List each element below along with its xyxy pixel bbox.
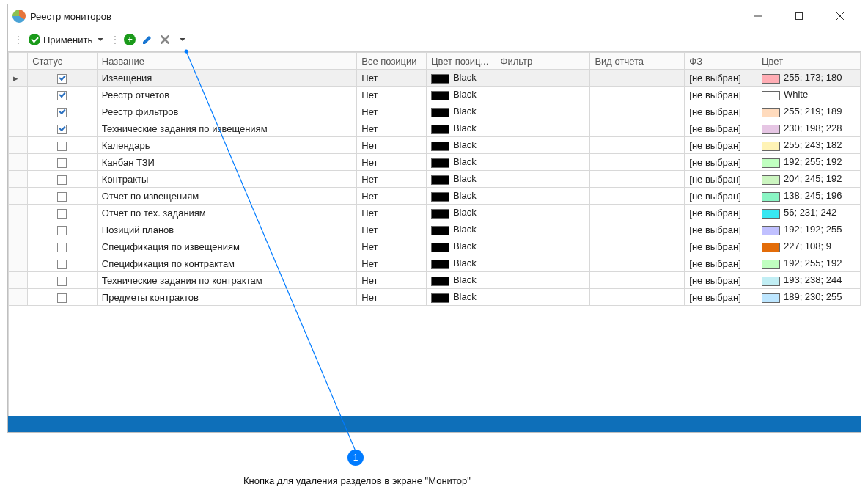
- cell-status[interactable]: [28, 154, 98, 171]
- cell-fz[interactable]: [не выбран]: [685, 188, 757, 205]
- cell-color[interactable]: 192; 255; 192: [757, 255, 860, 272]
- table-row[interactable]: Технические задания по извещениямНетBlac…: [9, 120, 861, 137]
- cell-fz[interactable]: [не выбран]: [685, 103, 757, 120]
- cell-status[interactable]: [28, 188, 98, 205]
- table-row[interactable]: Реестр отчетовНетBlack[не выбран]White: [9, 87, 861, 103]
- cell-report[interactable]: [590, 255, 685, 272]
- cell-status[interactable]: [28, 205, 98, 221]
- cell-fz[interactable]: [не выбран]: [685, 255, 757, 272]
- table-row[interactable]: Канбан ТЗИНетBlack[не выбран]192; 255; 1…: [9, 154, 861, 171]
- cell-poscolor[interactable]: Black: [426, 221, 496, 238]
- status-checkbox[interactable]: [57, 260, 67, 269]
- minimize-button[interactable]: [738, 4, 779, 28]
- cell-color[interactable]: 56; 231; 242: [757, 205, 860, 221]
- cell-filter[interactable]: [496, 205, 590, 221]
- cell-name[interactable]: Контракты: [97, 171, 356, 188]
- cell-color[interactable]: 255; 173; 180: [757, 70, 860, 87]
- cell-name[interactable]: Отчет по тех. заданиям: [97, 205, 356, 221]
- edit-button[interactable]: [140, 32, 155, 47]
- cell-fz[interactable]: [не выбран]: [685, 137, 757, 154]
- cell-filter[interactable]: [496, 70, 590, 87]
- cell-allpos[interactable]: Нет: [357, 188, 427, 205]
- cell-allpos[interactable]: Нет: [357, 289, 427, 306]
- cell-filter[interactable]: [496, 171, 590, 188]
- status-checkbox[interactable]: [57, 293, 67, 303]
- cell-fz[interactable]: [не выбран]: [685, 120, 757, 137]
- cell-name[interactable]: Технические задания по извещениям: [97, 120, 356, 137]
- cell-name[interactable]: Реестр отчетов: [97, 87, 356, 103]
- status-checkbox[interactable]: [57, 175, 67, 185]
- cell-color[interactable]: 189; 230; 255: [757, 289, 860, 306]
- cell-allpos[interactable]: Нет: [357, 87, 427, 103]
- cell-poscolor[interactable]: Black: [426, 70, 496, 87]
- table-row[interactable]: КонтрактыНетBlack[не выбран]204; 245; 19…: [9, 171, 861, 188]
- cell-color[interactable]: 230; 198; 228: [757, 120, 860, 137]
- add-button[interactable]: +: [122, 32, 137, 47]
- cell-name[interactable]: Отчет по извещениям: [97, 188, 356, 205]
- table-row[interactable]: КалендарьНетBlack[не выбран]255; 243; 18…: [9, 137, 861, 154]
- table-row[interactable]: ▸ИзвещенияНетBlack[не выбран]255; 173; 1…: [9, 70, 861, 87]
- status-checkbox[interactable]: [57, 226, 67, 235]
- cell-name[interactable]: Позиций планов: [97, 221, 356, 238]
- table-row[interactable]: Реестр фильтровНетBlack[не выбран]255; 2…: [9, 103, 861, 120]
- cell-status[interactable]: [28, 120, 98, 137]
- cell-report[interactable]: [590, 70, 685, 87]
- maximize-button[interactable]: [779, 4, 820, 28]
- cell-allpos[interactable]: Нет: [357, 272, 427, 289]
- cell-color[interactable]: 138; 245; 196: [757, 188, 860, 205]
- cell-status[interactable]: [28, 272, 98, 289]
- cell-status[interactable]: [28, 87, 98, 103]
- cell-poscolor[interactable]: Black: [426, 188, 496, 205]
- cell-color[interactable]: 193; 238; 244: [757, 272, 860, 289]
- cell-report[interactable]: [590, 154, 685, 171]
- cell-fz[interactable]: [не выбран]: [685, 221, 757, 238]
- cell-allpos[interactable]: Нет: [357, 238, 427, 255]
- column-header-filter[interactable]: Фильтр: [496, 53, 590, 70]
- column-header-color[interactable]: Цвет: [757, 53, 860, 70]
- cell-filter[interactable]: [496, 120, 590, 137]
- cell-poscolor[interactable]: Black: [426, 205, 496, 221]
- status-checkbox[interactable]: [57, 108, 67, 117]
- cell-poscolor[interactable]: Black: [426, 120, 496, 137]
- cell-report[interactable]: [590, 272, 685, 289]
- column-header-allpos[interactable]: Все позиции: [357, 53, 427, 70]
- cell-filter[interactable]: [496, 238, 590, 255]
- column-header-poscolor[interactable]: Цвет позиц...: [426, 53, 496, 70]
- cell-report[interactable]: [590, 238, 685, 255]
- table-row[interactable]: Спецификация по извещениямНетBlack[не вы…: [9, 238, 861, 255]
- cell-report[interactable]: [590, 137, 685, 154]
- cell-report[interactable]: [590, 171, 685, 188]
- table-row[interactable]: Отчет по тех. заданиямНетBlack[не выбран…: [9, 205, 861, 221]
- cell-name[interactable]: Предметы контрактов: [97, 289, 356, 306]
- cell-color[interactable]: White: [757, 87, 860, 103]
- cell-color[interactable]: 204; 245; 192: [757, 171, 860, 188]
- cell-poscolor[interactable]: Black: [426, 103, 496, 120]
- cell-color[interactable]: 227; 108; 9: [757, 238, 860, 255]
- cell-allpos[interactable]: Нет: [357, 205, 427, 221]
- cell-status[interactable]: [28, 255, 98, 272]
- cell-allpos[interactable]: Нет: [357, 221, 427, 238]
- status-checkbox[interactable]: [57, 158, 67, 168]
- status-checkbox[interactable]: [57, 125, 67, 134]
- cell-name[interactable]: Календарь: [97, 137, 356, 154]
- status-checkbox[interactable]: [57, 243, 67, 252]
- cell-report[interactable]: [590, 188, 685, 205]
- cell-filter[interactable]: [496, 87, 590, 103]
- data-grid[interactable]: Статус Название Все позиции Цвет позиц..…: [8, 52, 861, 306]
- cell-filter[interactable]: [496, 272, 590, 289]
- status-checkbox[interactable]: [57, 91, 67, 100]
- cell-name[interactable]: Технические задания по контрактам: [97, 272, 356, 289]
- column-header-fz[interactable]: ФЗ: [685, 53, 757, 70]
- cell-poscolor[interactable]: Black: [426, 87, 496, 103]
- column-header-name[interactable]: Название: [97, 53, 356, 70]
- table-row[interactable]: Спецификация по контрактамНетBlack[не вы…: [9, 255, 861, 272]
- cell-fz[interactable]: [не выбран]: [685, 87, 757, 103]
- cell-status[interactable]: [28, 221, 98, 238]
- cell-fz[interactable]: [не выбран]: [685, 70, 757, 87]
- cell-poscolor[interactable]: Black: [426, 238, 496, 255]
- cell-name[interactable]: Извещения: [97, 70, 356, 87]
- cell-allpos[interactable]: Нет: [357, 70, 427, 87]
- cell-name[interactable]: Спецификация по извещениям: [97, 238, 356, 255]
- table-row[interactable]: Предметы контрактовНетBlack[не выбран]18…: [9, 289, 861, 306]
- status-checkbox[interactable]: [57, 277, 67, 286]
